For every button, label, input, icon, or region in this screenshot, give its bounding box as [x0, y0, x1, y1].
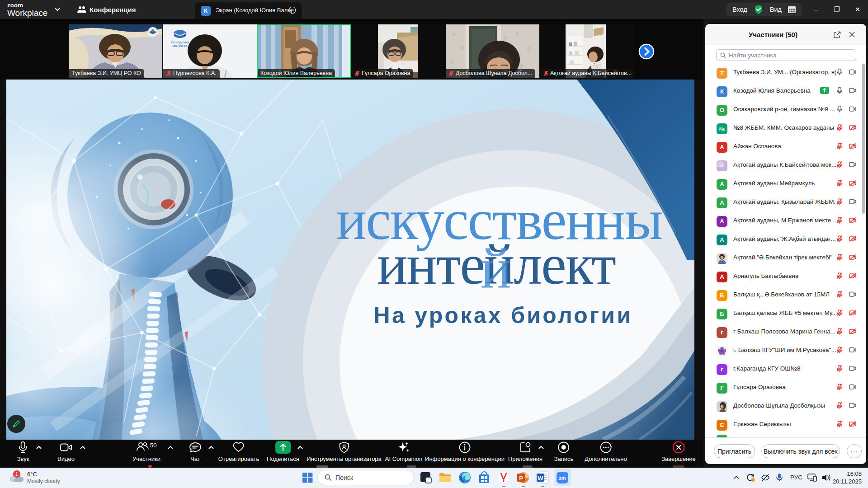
- svg-text:УМЦ РО КО: УМЦ РО КО: [172, 45, 188, 47]
- svg-text:zm: zm: [559, 475, 566, 481]
- svg-text:1: 1: [15, 471, 18, 477]
- svg-text:КО БФД ОФО: КО БФД ОФО: [171, 41, 189, 44]
- svg-text:P: P: [519, 475, 523, 482]
- svg-text:50: 50: [150, 442, 156, 449]
- svg-text:W: W: [538, 475, 543, 482]
